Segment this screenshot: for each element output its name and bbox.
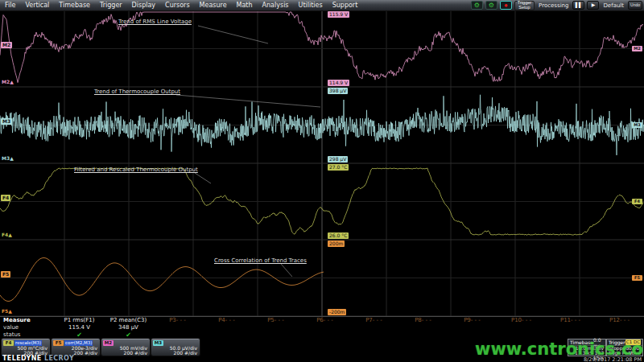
menu-item-display[interactable]: Display [127, 0, 161, 10]
trace-range-bottom-m3: 298 μV [328, 156, 348, 162]
measure-header: P11- - - [546, 317, 595, 324]
measure-header: P6- - - [300, 317, 349, 324]
descriptor-f5[interactable]: F5corr(M2,M3)200e-3/div200 #/div [52, 339, 100, 356]
measure-value [497, 324, 546, 331]
value-label: value [3, 324, 55, 331]
measure-status [349, 331, 398, 339]
measure-col-p5[interactable]: P5- - - [251, 317, 300, 339]
menu-item-cursors[interactable]: Cursors [160, 0, 194, 10]
menu-item-file[interactable]: File [0, 0, 20, 10]
measure-col-p10[interactable]: P10- - - [497, 317, 546, 339]
measure-status: ✔ [104, 331, 153, 339]
descriptor-f4[interactable]: F4rescale(M3)500 m°C/div200 #/div [2, 339, 50, 356]
trace-range-top-m3: 398 μV [328, 88, 348, 94]
measure-value [153, 324, 202, 331]
menu-item-math[interactable]: Math [232, 0, 258, 10]
trace-label-f5: F5 [1, 271, 10, 278]
measure-header: P2 mean(C3) [104, 317, 153, 324]
measure-col-p4[interactable]: P4- - - [202, 317, 251, 339]
measure-status [202, 331, 251, 339]
measure-status [448, 331, 497, 339]
measure-status [497, 331, 546, 339]
trace-zero-marker-m3: M3▲ [2, 156, 14, 161]
measure-value [300, 324, 349, 331]
measure-status [546, 331, 595, 339]
trace-right-marker-f5: F5 [632, 275, 642, 281]
annotation-leader-line [281, 264, 292, 277]
record-icon[interactable]: ● [500, 1, 512, 10]
measure-value [251, 324, 300, 331]
menu-item-utilities[interactable]: Utilities [294, 0, 328, 10]
measure-col-p8[interactable]: P8- - - [398, 317, 448, 339]
status-label: status [3, 331, 55, 339]
processing-status: Processing [537, 2, 570, 9]
menu-item-measure[interactable]: Measure [195, 0, 232, 10]
trace-annotation-1: Trend of RMS Line Voltage [118, 19, 192, 25]
toolbar-right: ⚙ ⚙ ● Trigger Setup Processing ▌▌ ▶ Defa… [471, 1, 642, 10]
trace-label-m3: M3 [1, 118, 12, 125]
measure-status: ✔ [55, 331, 104, 339]
measure-value [595, 324, 644, 331]
trace-range-bottom-f4: 26.0 °C [328, 232, 349, 239]
trace-f4-waveform [0, 168, 643, 235]
trace-range-top-f5: 200m [328, 241, 345, 247]
trace-annotation-4: Cross Correlation of Trend Traces [214, 257, 307, 264]
play-button[interactable]: ▶ [587, 1, 599, 10]
trace-right-marker-m2: M2 [632, 46, 642, 51]
trace-zero-marker-m2: M2▲ [2, 80, 14, 84]
menu-item-timebase[interactable]: Timebase [54, 0, 95, 10]
trace-zero-marker-f4: F4▲ [2, 232, 12, 237]
trace-zero-marker-f5: F5▲ [2, 309, 12, 314]
waveform-grid [0, 0, 644, 362]
trace-annotation-3: Filtered and Rescaled Thermocouple Outpu… [74, 167, 198, 173]
tool-icon-2[interactable]: ⚙ [485, 1, 497, 10]
menu-item-support[interactable]: Support [328, 0, 363, 10]
measure-header: P4- - - [202, 317, 251, 324]
descriptor-points: 200 #/div [174, 351, 197, 356]
measure-value: 348 μV [104, 324, 153, 331]
trace-range-bottom-f5: -200m [328, 309, 346, 315]
trigger-setup-button[interactable]: Trigger Setup [514, 1, 535, 10]
menu-items: FileVerticalTimebaseTriggerDisplayCursor… [0, 0, 362, 10]
menu-item-analysis[interactable]: Analysis [258, 0, 294, 10]
menu-item-trigger[interactable]: Trigger [95, 0, 127, 10]
pause-button[interactable]: ▌▌ [572, 1, 584, 10]
descriptor-m3[interactable]: M350.0 μV/div200 #/div [151, 339, 200, 356]
measure-col-p11[interactable]: P11- - - [546, 317, 595, 339]
trace-overlays: M2M2▲M2115.9 V114.9 VM3M3▲M3398 μV298 μV… [0, 0, 644, 362]
trace-f5-waveform [0, 258, 324, 302]
measure-col-p2[interactable]: P2 mean(C3)348 μV✔ [104, 317, 153, 339]
trace-range-top-m2: 115.9 V [328, 11, 349, 18]
default-button[interactable]: Default [601, 2, 625, 9]
trigger-setup-label-2: Setup [518, 6, 530, 10]
descriptor-tag: F5 [53, 340, 64, 346]
trace-m3-waveform [0, 95, 644, 155]
trace-annotation-2: Trend of Thermocouple Output [94, 88, 180, 95]
measure-col-p7[interactable]: P7- - - [349, 317, 398, 339]
measure-status [153, 331, 202, 339]
measure-status [251, 331, 300, 339]
measure-col-p12[interactable]: P12- - - [595, 317, 644, 339]
undo-button[interactable]: Undo [628, 1, 642, 10]
measure-col-p3[interactable]: P3- - - [153, 317, 202, 339]
measure-panel: Measure value status P1 rms(F1)115.4 V✔P… [0, 316, 644, 339]
trace-right-marker-m3: M3 [632, 122, 642, 128]
menu-item-vertical[interactable]: Vertical [20, 0, 54, 10]
annotation-leader-line [195, 173, 211, 183]
measure-header: P10- - - [497, 317, 546, 324]
trace-range-bottom-m2: 114.9 V [328, 80, 349, 86]
menu-bar: FileVerticalTimebaseTriggerDisplayCursor… [0, 0, 644, 11]
measure-header: P7- - - [349, 317, 398, 324]
trace-m2-waveform [0, 12, 643, 83]
measure-header: P1 rms(F1) [55, 317, 104, 324]
measure-col-p9[interactable]: P9- - - [448, 317, 497, 339]
descriptor-m2[interactable]: M2500 mV/div200 #/div [101, 339, 150, 356]
trace-label-f4: F4 [1, 195, 10, 201]
tool-icon[interactable]: ⚙ [471, 1, 483, 10]
descriptor-tag: M2 [103, 340, 114, 346]
annotation-leader-line [198, 26, 268, 43]
oscilloscope-screen: FileVerticalTimebaseTriggerDisplayCursor… [0, 0, 644, 362]
brand-teledyne: TELEDYNE [2, 355, 42, 362]
measure-col-p6[interactable]: P6- - - [300, 317, 349, 339]
measure-col-p1[interactable]: P1 rms(F1)115.4 V✔ [55, 317, 104, 339]
